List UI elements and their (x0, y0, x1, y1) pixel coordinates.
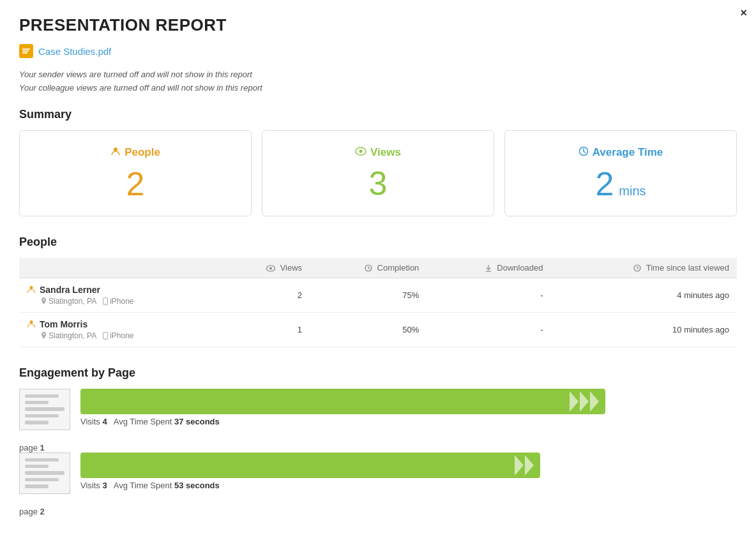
chevron-1-0 (515, 455, 524, 476)
thumb-line (25, 458, 59, 461)
person-views-1: 1 (224, 312, 310, 347)
svg-point-20 (30, 286, 33, 289)
svg-line-14 (368, 268, 370, 269)
thumb-line (25, 465, 49, 468)
file-link[interactable]: Case Studies.pdf (19, 44, 737, 58)
thumb-line (25, 484, 49, 488)
progress-bar-1 (80, 453, 540, 478)
svg-point-6 (359, 149, 363, 153)
file-icon (19, 44, 33, 58)
thumb-line (25, 407, 64, 410)
svg-point-23 (30, 320, 33, 324)
engagement-section: Engagement by Page Visits 4 Avg Time S (19, 366, 737, 516)
bar-stats-1: Visits 3 Avg Time Spent 53 seconds (80, 481, 737, 490)
completion-col-icon (365, 263, 375, 273)
views-card: Views 3 (262, 130, 494, 216)
person-info-0: Sandra Lerner Slatington, PA iPhone (19, 278, 224, 312)
people-table: Views Completion (19, 258, 737, 347)
time-col-icon (633, 263, 644, 273)
person-name-0[interactable]: Sandra Lerner (40, 285, 100, 295)
svg-point-22 (105, 303, 105, 303)
notice-2: Your colleague views are turned off and … (19, 82, 737, 95)
col-downloaded-header: Downloaded (427, 258, 550, 278)
avgtime-card: Average Time 2 mins (504, 130, 737, 216)
bar-stats-0: Visits 4 Avg Time Spent 37 seconds (80, 417, 737, 426)
thumb-line (25, 471, 64, 474)
main-container: PRESENTATION REPORT Case Studies.pdf You… (0, 0, 756, 532)
page-bar-area-1: Visits 3 Avg Time Spent 53 seconds (80, 453, 737, 490)
views-col-icon (266, 263, 278, 273)
progress-bar-0 (80, 389, 605, 414)
summary-title: Summary (19, 108, 737, 121)
download-col-icon (485, 263, 495, 273)
close-button[interactable]: × (740, 6, 747, 20)
chevron-0-2 (590, 391, 599, 412)
thumb-line (25, 414, 59, 417)
people-icon (110, 146, 121, 160)
thumb-line (25, 394, 59, 398)
person-location-1: Slatington, PA (41, 331, 96, 340)
svg-point-25 (105, 337, 105, 338)
person-completion-0: 75% (310, 278, 427, 312)
summary-cards: People 2 Views 3 (19, 130, 737, 216)
person-name-1[interactable]: Tom Morris (40, 319, 87, 329)
page-title: PRESENTATION REPORT (19, 15, 737, 35)
person-info-1: Tom Morris Slatington, PA iPhone (19, 312, 224, 347)
person-views-0: 2 (224, 278, 310, 312)
engagement-title: Engagement by Page (19, 366, 737, 380)
person-icon-1 (27, 319, 36, 330)
clock-icon (578, 146, 589, 160)
chevrons-0 (570, 391, 605, 412)
page-bar-area-0: Visits 4 Avg Time Spent 37 seconds (80, 389, 737, 426)
avgtime-label: Average Time (593, 146, 663, 159)
page-label-1: page 2 (19, 507, 737, 516)
person-downloaded-0: - (427, 278, 550, 312)
avgtime-unit: mins (619, 184, 646, 199)
chevron-1-1 (525, 455, 534, 476)
page-item-0: Visits 4 Avg Time Spent 37 seconds page … (19, 389, 737, 453)
chevrons-1 (515, 455, 540, 476)
views-label: Views (370, 146, 401, 159)
thumb-line (25, 478, 59, 481)
svg-rect-1 (22, 49, 30, 50)
pages-container: Visits 4 Avg Time Spent 37 seconds page … (19, 389, 737, 516)
views-value: 3 (275, 167, 481, 200)
notice-1: Your sender views are turned off and wil… (19, 68, 737, 82)
person-completion-1: 50% (310, 312, 427, 347)
person-downloaded-1: - (427, 312, 550, 347)
person-time-1: 10 minutes ago (551, 312, 737, 347)
thumb-line (25, 401, 49, 404)
page-thumbnail-1 (19, 453, 70, 494)
people-label: People (125, 146, 160, 159)
page-thumbnail-0 (19, 389, 70, 430)
svg-line-19 (637, 268, 639, 269)
person-time-0: 4 minutes ago (551, 278, 737, 312)
notices: Your sender views are turned off and wil… (19, 68, 737, 95)
avgtime-card-label: Average Time (518, 146, 723, 160)
table-row: Tom Morris Slatington, PA iPhone (19, 312, 737, 347)
file-name: Case Studies.pdf (38, 46, 111, 57)
people-card-label: People (33, 146, 238, 160)
avgtime-value: 2 (595, 167, 614, 200)
table-row: Sandra Lerner Slatington, PA iPhone (19, 278, 737, 312)
views-icon (355, 146, 367, 159)
col-views-header: Views (224, 258, 310, 278)
svg-rect-3 (22, 52, 27, 54)
person-device-0: iPhone (103, 297, 133, 306)
chevron-0-1 (580, 391, 589, 412)
thumb-line (25, 421, 49, 424)
col-person (19, 258, 224, 278)
people-value: 2 (33, 167, 238, 200)
table-header-row: Views Completion (19, 258, 737, 278)
col-time-header: Time since last viewed (551, 258, 737, 278)
people-card: People 2 (19, 130, 252, 216)
svg-point-4 (114, 147, 117, 151)
page-label-0: page 1 (19, 443, 737, 453)
chevron-0-0 (570, 391, 578, 412)
people-section-title: People (19, 236, 737, 249)
views-card-label: Views (275, 146, 481, 159)
svg-rect-2 (22, 50, 29, 52)
page-item-1: Visits 3 Avg Time Spent 53 seconds page … (19, 453, 737, 516)
people-section: People Views (19, 236, 737, 347)
svg-line-9 (584, 151, 586, 153)
